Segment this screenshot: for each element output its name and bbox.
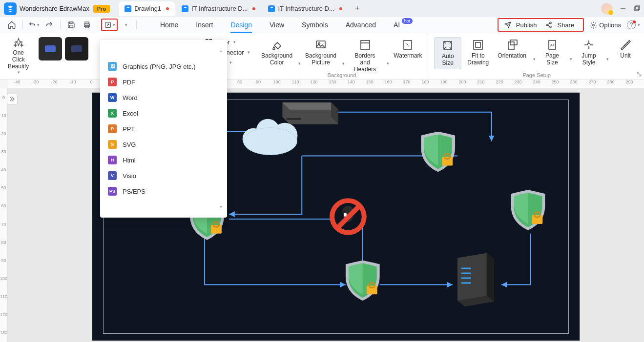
menu-view[interactable]: View [261, 17, 293, 33]
pagesetup-launcher-icon[interactable] [636, 71, 642, 77]
svg-file-icon: S [108, 140, 117, 149]
options-button[interactable]: Options [590, 21, 621, 29]
menu-advanced[interactable]: Advanced [337, 17, 385, 33]
shield-2[interactable] [421, 132, 455, 172]
help-button[interactable]: ? [627, 20, 636, 29]
auto-size-icon [442, 40, 454, 51]
picture-icon [315, 39, 327, 51]
jump-dropdown[interactable]: ▾ [606, 57, 609, 61]
page-size-dropdown[interactable]: ▾ [570, 57, 572, 61]
redo-button[interactable] [42, 19, 57, 31]
jump-icon [583, 39, 595, 51]
page-size-icon: A4 [546, 39, 558, 51]
svg-rect-4 [70, 25, 73, 28]
fit-icon [472, 39, 484, 51]
export-dropdown-menu: ▴ 🖼Graphics (PNG, JPG etc.) PPDF WWord X… [100, 40, 227, 218]
svg-rect-23 [474, 40, 482, 49]
export-button[interactable]: ▾ [101, 19, 118, 31]
bg-color-button[interactable]: Background Color [260, 37, 294, 68]
borders-button[interactable]: Borders and Headers [348, 37, 383, 75]
tab-it-1[interactable]: IT Infrastructure D... [176, 1, 261, 16]
export-visio[interactable]: VVisio [100, 168, 227, 183]
panel-expand-handle[interactable] [7, 94, 18, 104]
export-pdf[interactable]: PPDF [100, 74, 227, 90]
svg-rect-26 [510, 40, 517, 45]
group-background-label: Background [255, 71, 429, 79]
svg-rect-25 [508, 42, 514, 50]
doc-icon [182, 5, 188, 12]
scroll-up-icon[interactable]: ▴ [220, 48, 222, 53]
shield-4[interactable] [511, 190, 545, 230]
home-button[interactable] [4, 19, 20, 31]
export-graphics[interactable]: 🖼Graphics (PNG, JPG etc.) [100, 59, 227, 74]
orientation-button[interactable]: Orientation [495, 37, 529, 61]
word-file-icon: W [108, 93, 117, 102]
watermark-button[interactable]: Watermark [392, 37, 424, 61]
document-tabs: Drawing1 IT Infrastructure D... IT Infra… [119, 1, 363, 16]
print-button[interactable] [79, 19, 95, 31]
orientation-dropdown[interactable]: ▾ [533, 57, 536, 61]
menu-design[interactable]: Design [222, 17, 261, 33]
new-tab-button[interactable]: + [352, 3, 363, 14]
share-button[interactable]: Share [542, 21, 580, 29]
undo-button[interactable]: ▾ [26, 19, 42, 31]
page-size-button[interactable]: A4Page Size [539, 37, 566, 68]
watermark-icon [402, 39, 414, 51]
auto-size-button[interactable]: Auto Size [434, 37, 461, 69]
save-button[interactable] [63, 19, 79, 31]
minimize-icon[interactable] [620, 5, 626, 12]
export-ps[interactable]: PSPS/EPS [100, 183, 227, 199]
svg-rect-54 [461, 268, 471, 269]
ps-file-icon: PS [108, 187, 117, 196]
no-hacker-shape[interactable] [330, 198, 367, 235]
server-shape[interactable] [282, 102, 338, 124]
menu-symbols[interactable]: Symbols [293, 17, 337, 33]
sparkle-icon [13, 38, 24, 48]
one-click-beautify-button[interactable]: One Click Beautify ▾ [3, 33, 34, 79]
menu-insert[interactable]: Insert [187, 17, 222, 33]
server-tower-shape[interactable] [457, 253, 494, 307]
menu-ai[interactable]: AIhot [385, 17, 409, 33]
pdf-file-icon: P [108, 78, 117, 86]
bg-picture-dropdown[interactable]: ▾ [342, 61, 345, 66]
export-excel[interactable]: XExcel [100, 105, 227, 121]
group-pagesetup-label: Page Setup [429, 71, 644, 79]
cloud-shape[interactable] [243, 119, 298, 155]
unit-button[interactable]: Unit [612, 37, 639, 61]
quickbar: ▾ ▾ ▾ Home Insert Design View Symbols Ad… [0, 17, 644, 33]
export-more-button[interactable]: ▾ [118, 19, 133, 31]
export-html[interactable]: HHtml [100, 152, 227, 168]
svg-rect-32 [286, 118, 301, 120]
tab-it-2[interactable]: IT Infrastructure D... [262, 1, 348, 16]
orientation-icon [506, 39, 518, 51]
visio-file-icon: V [108, 171, 117, 180]
scroll-down-icon[interactable]: ▾ [220, 204, 222, 209]
fit-drawing-button[interactable]: Fit to Drawing [464, 37, 492, 68]
borders-dropdown[interactable]: ▾ [387, 61, 389, 66]
export-svg[interactable]: SSVG [100, 137, 227, 152]
html-file-icon: H [108, 156, 117, 164]
publish-button[interactable]: Publish [501, 21, 543, 29]
tab-drawing1[interactable]: Drawing1 [119, 1, 175, 16]
bg-color-dropdown[interactable]: ▾ [298, 61, 301, 66]
ppt-file-icon: P [108, 124, 117, 133]
theme-preset-2[interactable] [65, 37, 88, 60]
maximize-icon[interactable] [633, 5, 640, 12]
jump-style-button[interactable]: Jump Style [575, 37, 602, 68]
menu-home[interactable]: Home [151, 17, 187, 33]
svg-rect-56 [461, 278, 471, 279]
paint-bucket-icon [271, 39, 283, 51]
theme-preset-1[interactable] [39, 37, 62, 60]
bg-picture-button[interactable]: Background Picture [304, 37, 338, 68]
export-word[interactable]: WWord [100, 90, 227, 105]
svg-rect-3 [70, 22, 72, 23]
shield-3[interactable] [346, 261, 380, 301]
svg-point-12 [593, 24, 595, 26]
svg-point-36 [256, 119, 280, 142]
export-ppt[interactable]: PPPT [100, 121, 227, 137]
svg-point-9 [550, 22, 552, 24]
help-dropdown[interactable]: ▾ [638, 22, 640, 27]
user-avatar[interactable] [601, 3, 613, 15]
graphics-file-icon: 🖼 [108, 62, 117, 71]
svg-text:A4: A4 [550, 43, 555, 47]
